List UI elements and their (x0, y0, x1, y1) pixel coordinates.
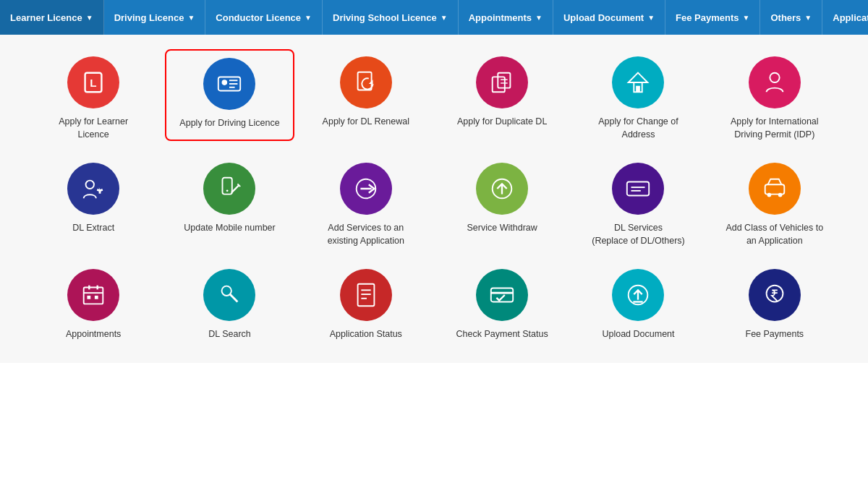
svg-line-38 (230, 294, 237, 301)
apply-dl-renewal-label: Apply for DL Renewal (323, 116, 409, 129)
apply-idp-icon (749, 56, 801, 108)
upload-document-tile-icon (612, 269, 664, 321)
nav-item-appointments[interactable]: Appointments▼ (459, 0, 553, 35)
add-services-icon (340, 163, 392, 215)
svg-rect-31 (84, 288, 103, 304)
apply-change-address-icon (612, 56, 664, 108)
check-payment-status-label: Check Payment Status (456, 328, 548, 341)
svg-text:L: L (90, 77, 97, 89)
chevron-down-icon: ▼ (86, 14, 93, 22)
dl-search-icon (203, 269, 255, 321)
main-content: LApply for Learner LicenceApply for Driv… (0, 35, 868, 363)
svg-rect-43 (491, 288, 513, 302)
update-mobile-label: Update Mobile number (184, 222, 275, 235)
tile-apply-learner-licence[interactable]: LApply for Learner Licence (29, 56, 158, 141)
svg-rect-36 (95, 296, 98, 299)
application-status-tile-label: Application Status (330, 328, 402, 341)
fee-payments-tile-icon (749, 269, 801, 321)
nav-item-application-status[interactable]: Application Status (822, 0, 868, 35)
svg-rect-10 (498, 73, 510, 88)
chevron-down-icon: ▼ (441, 14, 448, 22)
dl-services-label: DL Services (Replace of DL/Others) (592, 222, 685, 247)
svg-rect-25 (627, 182, 649, 196)
apply-learner-licence-icon: L (67, 56, 119, 108)
add-class-vehicles-icon (749, 163, 801, 215)
apply-idp-label: Apply for International Driving Permit (… (724, 116, 825, 141)
dl-search-label: DL Search (208, 328, 251, 341)
svg-rect-35 (88, 296, 91, 299)
appointments-icon (67, 269, 119, 321)
dl-extract-icon (67, 163, 119, 215)
tile-dl-services[interactable]: DL Services (Replace of DL/Others) (574, 163, 702, 247)
svg-point-30 (778, 193, 783, 197)
chevron-down-icon: ▼ (647, 14, 655, 22)
svg-marker-13 (629, 73, 648, 82)
tile-add-class-vehicles[interactable]: Add Class of Vehicles to an Application (710, 163, 839, 247)
dl-services-icon (612, 163, 664, 215)
svg-rect-28 (765, 184, 785, 194)
chevron-down-icon: ▼ (305, 14, 312, 22)
service-withdraw-icon (476, 163, 528, 215)
nav-item-fee-payments[interactable]: Fee Payments▼ (665, 0, 760, 35)
tile-apply-idp[interactable]: Apply for International Driving Permit (… (710, 56, 839, 141)
navbar: Learner Licence▼Driving Licence▼Conducto… (0, 0, 868, 35)
tile-appointments[interactable]: Appointments (29, 269, 158, 341)
apply-driving-licence-icon (203, 58, 255, 110)
svg-rect-15 (637, 86, 641, 93)
nav-item-others[interactable]: Others▼ (760, 0, 822, 35)
svg-point-17 (86, 181, 94, 189)
apply-duplicate-dl-label: Apply for Duplicate DL (457, 116, 547, 129)
apply-change-address-label: Apply for Change of Address (587, 116, 689, 141)
appointments-label: Appointments (66, 328, 121, 341)
add-class-vehicles-label: Add Class of Vehicles to an Application (724, 222, 825, 247)
tile-fee-payments-tile[interactable]: Fee Payments (710, 269, 839, 341)
chevron-down-icon: ▼ (535, 14, 542, 22)
tile-check-payment-status[interactable]: Check Payment Status (438, 269, 566, 341)
svg-rect-7 (357, 72, 371, 90)
application-status-tile-icon (340, 269, 392, 321)
upload-document-tile-label: Upload Document (602, 328, 674, 341)
svg-point-19 (226, 189, 229, 192)
nav-item-conductor-licence[interactable]: Conductor Licence▼ (205, 0, 323, 35)
svg-point-16 (770, 73, 779, 82)
fee-payments-tile-label: Fee Payments (746, 328, 804, 341)
tile-application-status-tile[interactable]: Application Status (302, 269, 430, 341)
tile-update-mobile[interactable]: Update Mobile number (165, 163, 294, 247)
tile-upload-document-tile[interactable]: Upload Document (574, 269, 702, 341)
nav-item-learner-licence[interactable]: Learner Licence▼ (0, 0, 104, 35)
tile-apply-dl-renewal[interactable]: Apply for DL Renewal (302, 56, 430, 141)
tile-add-services[interactable]: Add Services to an existing Application (302, 163, 430, 247)
chevron-down-icon: ▼ (187, 14, 195, 22)
apply-learner-licence-label: Apply for Learner Licence (43, 116, 144, 141)
tile-apply-driving-licence[interactable]: Apply for Driving Licence (165, 49, 294, 141)
tile-dl-extract[interactable]: DL Extract (29, 163, 158, 247)
tile-dl-search[interactable]: DL Search (165, 269, 294, 341)
apply-duplicate-dl-icon (476, 56, 528, 108)
apply-dl-renewal-icon (340, 56, 392, 108)
svg-point-37 (222, 286, 231, 296)
check-payment-status-icon (476, 269, 528, 321)
add-services-label: Add Services to an existing Application (315, 222, 417, 247)
tile-apply-change-address[interactable]: Apply for Change of Address (574, 56, 702, 141)
tile-service-withdraw[interactable]: Service Withdraw (438, 163, 566, 247)
apply-driving-licence-label: Apply for Driving Licence (179, 117, 279, 130)
svg-point-29 (767, 193, 771, 197)
tiles-grid: LApply for Learner LicenceApply for Driv… (29, 56, 839, 341)
service-withdraw-label: Service Withdraw (467, 222, 537, 235)
nav-item-driving-licence[interactable]: Driving Licence▼ (104, 0, 206, 35)
dl-extract-label: DL Extract (72, 222, 114, 235)
nav-item-driving-school-licence[interactable]: Driving School Licence▼ (323, 0, 459, 35)
tile-apply-duplicate-dl[interactable]: Apply for Duplicate DL (438, 56, 566, 141)
nav-item-upload-document[interactable]: Upload Document▼ (553, 0, 665, 35)
svg-point-3 (222, 80, 228, 85)
update-mobile-icon (203, 163, 255, 215)
chevron-down-icon: ▼ (804, 14, 812, 22)
chevron-down-icon: ▼ (743, 14, 750, 22)
